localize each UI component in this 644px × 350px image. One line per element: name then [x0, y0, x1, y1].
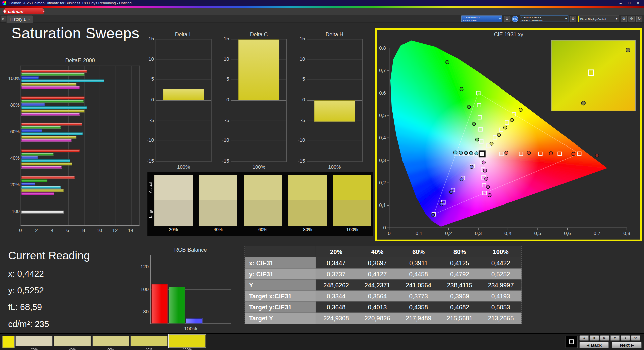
measured-marker-magenta	[482, 161, 485, 164]
current-pattern-patch	[2, 336, 15, 348]
x-axis-tick-label: 0,5	[534, 231, 541, 236]
next-button[interactable]: Next ▶	[612, 342, 641, 349]
gridline	[156, 80, 211, 80]
close-button[interactable]: ×	[637, 1, 639, 5]
table-cell: 0,3447	[316, 257, 357, 268]
mini-toolbar-button[interactable]: ■	[590, 335, 599, 341]
main-toolbar: ⊕ calman ▾	[0, 8, 644, 15]
meter-settings-button[interactable]: ⚙	[504, 16, 510, 22]
y-axis-tick-label: 5	[145, 76, 154, 82]
x-axis-tick-label: 10	[94, 227, 104, 233]
deltae-bar-cyan	[21, 159, 70, 162]
measured-marker-blue	[440, 202, 443, 206]
pattern-swatch-40%[interactable]	[54, 336, 91, 346]
pattern-swatch-60%[interactable]	[92, 336, 129, 346]
chevron-down-icon[interactable]: ▾	[565, 17, 567, 20]
y-axis-tick-label: 0	[296, 97, 305, 103]
gridline	[307, 39, 362, 39]
meter-status-badge[interactable]: 698	[512, 16, 518, 22]
table-row: x: CIE310,34470,36970,39110,41250,4422	[245, 257, 521, 268]
y-axis-tick-label: 0,8	[379, 45, 386, 51]
table-cell: 0,3911	[398, 257, 439, 268]
x-axis-tick-label: 8	[78, 227, 88, 233]
table-row-label: y: CIE31	[245, 268, 316, 279]
measured-marker-red	[572, 152, 575, 156]
gridline	[231, 120, 286, 121]
gridline	[131, 66, 131, 225]
table-cell: 244,2371	[357, 279, 398, 290]
measured-marker-red	[527, 151, 530, 154]
source-settings-button[interactable]: ⚙	[570, 16, 576, 22]
deltae-bar-white	[21, 211, 64, 214]
table-row: Target y:CIE310,36480,40130,43580,46820,…	[245, 302, 521, 313]
x-axis-tick-label: 0,7	[594, 231, 600, 236]
chart-title: RGB Balance	[150, 247, 231, 253]
pattern-swatch-100%[interactable]	[169, 334, 206, 347]
table-cell: 241,0564	[398, 279, 439, 290]
measured-marker-blue	[460, 178, 463, 181]
x-axis-tick-label: 0,4	[504, 231, 511, 236]
tab-history-1[interactable]: History 1 ×	[7, 16, 33, 23]
y-axis-tick-label: 10	[220, 56, 229, 62]
swatch-column-label: 40%	[199, 227, 237, 232]
y-axis-tick-label: 0,4	[379, 135, 386, 140]
deltae-bar-green	[21, 73, 85, 76]
pattern-window-button[interactable]	[566, 336, 578, 348]
workflow-settings-button[interactable]: ⚙	[628, 16, 634, 22]
back-button[interactable]: ◀ Back	[579, 342, 609, 349]
meter-selector[interactable]: X-Rite i1Pro 3 Direct View ▾	[461, 16, 502, 22]
mini-toolbar-button[interactable]: ▼	[610, 335, 620, 341]
y-axis-tick-label: 0	[383, 225, 386, 230]
table-cell: 0,4458	[398, 268, 439, 279]
y-axis-tick-label: 0,5	[379, 113, 386, 118]
gridline	[84, 66, 84, 225]
minimize-button[interactable]: –	[620, 1, 622, 5]
actual-swatch-40%	[199, 175, 237, 200]
chevron-down-icon[interactable]: ▾	[499, 17, 501, 20]
calman-menu-button[interactable]: ⊕ calman ▾	[3, 8, 45, 14]
table-cell: 0,4422	[480, 257, 522, 268]
deltae-bar-yellow	[21, 136, 76, 139]
deltae-bar-green	[21, 179, 47, 182]
tab-bar: ▶ History 1 × X-Rite i1Pro 3 Direct View…	[0, 15, 644, 23]
refresh-button[interactable]: ↻	[636, 16, 642, 22]
reading-cdm2: cd/m²: 235	[8, 319, 90, 329]
gridline	[307, 80, 362, 80]
table-row-label: Y	[245, 279, 316, 290]
table-row: Y248,6262244,2371241,0564238,4115234,999…	[245, 279, 521, 290]
collapse-panel-button[interactable]: ▶	[1, 16, 6, 22]
mini-toolbar-button[interactable]: ▲	[579, 335, 589, 341]
cie-zoom-inset	[551, 40, 635, 111]
measured-marker-magenta	[485, 177, 488, 180]
pattern-swatch-20%[interactable]	[16, 336, 53, 346]
chevron-down-icon[interactable]: ▾	[43, 10, 44, 13]
pattern-swatch-80%[interactable]	[130, 336, 167, 346]
chevron-down-icon[interactable]: ▾	[616, 17, 617, 20]
measured-marker-blue	[431, 213, 435, 217]
mini-toolbar-button[interactable]: ⚙	[631, 335, 640, 341]
pattern-swatch-label: 80%	[130, 347, 167, 350]
mini-toolbar-button[interactable]: ●	[621, 335, 630, 341]
display-settings-button[interactable]: ⚙	[621, 16, 627, 22]
deltae-bar-red	[21, 96, 85, 99]
meter-mode: Direct View	[463, 19, 480, 22]
maximize-button[interactable]: □	[628, 1, 631, 5]
measured-marker-yellow	[519, 108, 522, 111]
mini-toolbar-button[interactable]: ▶	[600, 335, 609, 341]
x-axis-tick-label: 2	[32, 227, 41, 233]
gridline	[21, 66, 21, 225]
table-cell: 0,4013	[357, 302, 398, 313]
measured-marker-yellow	[504, 126, 507, 129]
display-control-selector[interactable]: Direct Display Control ▾	[578, 16, 619, 22]
source-selector[interactable]: CalMAN Client 3 Pattern Generator ▾	[520, 16, 568, 22]
deltae-bar-magenta	[21, 192, 55, 195]
actual-swatch-60%	[244, 175, 282, 200]
actual-swatch-80%	[288, 175, 327, 200]
tab-label: History 1	[10, 17, 26, 21]
gridline	[156, 100, 211, 101]
gridline	[156, 120, 211, 121]
y-axis-tick-label: -15	[296, 158, 305, 164]
close-tab-icon[interactable]: ×	[28, 17, 30, 21]
x-axis-label: 100%	[150, 326, 231, 332]
x-axis-tick-label: 4	[47, 227, 57, 233]
